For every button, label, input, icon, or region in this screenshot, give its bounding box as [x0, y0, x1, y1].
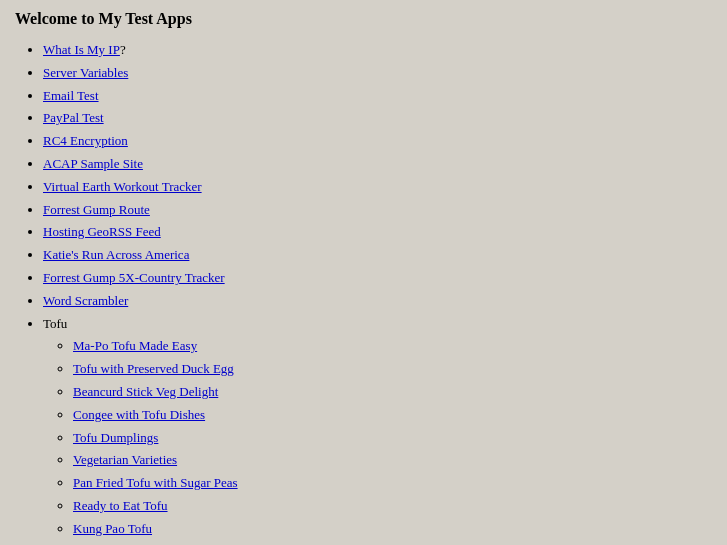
- list-item: Virtual Earth Workout Tracker: [43, 177, 712, 198]
- list-item: RC4 Encryption: [43, 131, 712, 152]
- main-link[interactable]: Forrest Gump Route: [43, 202, 150, 217]
- main-link[interactable]: Forrest Gump 5X-Country Tracker: [43, 270, 225, 285]
- main-link[interactable]: RC4 Encryption: [43, 133, 128, 148]
- tofu-item: TofuMa-Po Tofu Made EasyTofu with Preser…: [43, 314, 712, 545]
- main-link[interactable]: PayPal Test: [43, 110, 104, 125]
- main-link[interactable]: Server Variables: [43, 65, 128, 80]
- tofu-sub-link[interactable]: Ma-Po Tofu Made Easy: [73, 338, 197, 353]
- list-item: Tofu Dumplings: [73, 428, 712, 449]
- list-item: Email Test: [43, 86, 712, 107]
- main-link[interactable]: ACAP Sample Site: [43, 156, 143, 171]
- tofu-sub-link[interactable]: Kung Pao Tofu: [73, 521, 152, 536]
- list-item: ACAP Sample Site: [43, 154, 712, 175]
- list-item: Vegetarian Varieties: [73, 450, 712, 471]
- list-item: Forrest Gump 5X-Country Tracker: [43, 268, 712, 289]
- list-item: Kung Pao Tofu: [73, 519, 712, 540]
- main-link[interactable]: Word Scrambler: [43, 293, 128, 308]
- main-link[interactable]: Katie's Run Across America: [43, 247, 189, 262]
- list-item: Tofu with Preserved Duck Egg: [73, 359, 712, 380]
- list-item: PayPal Test: [43, 108, 712, 129]
- main-link[interactable]: Hosting GeoRSS Feed: [43, 224, 161, 239]
- tofu-sub-link[interactable]: Beancurd Stick Veg Delight: [73, 384, 218, 399]
- list-item: Server Variables: [43, 63, 712, 84]
- list-item: Ready to Eat Tofu: [73, 496, 712, 517]
- list-item: Ma-Po Tofu Made Easy: [73, 336, 712, 357]
- list-item: Hosting GeoRSS Feed: [43, 222, 712, 243]
- list-item: Beancurd Stick Veg Delight: [73, 382, 712, 403]
- tofu-sub-link[interactable]: Vegetarian Varieties: [73, 452, 177, 467]
- main-link[interactable]: Virtual Earth Workout Tracker: [43, 179, 202, 194]
- main-link[interactable]: Email Test: [43, 88, 99, 103]
- tofu-sub-link[interactable]: Tofu with Preserved Duck Egg: [73, 361, 234, 376]
- tofu-sub-link[interactable]: Pan Fried Tofu with Sugar Peas: [73, 475, 238, 490]
- list-item: Grilled Tofu: [73, 542, 712, 545]
- main-link[interactable]: What Is My IP: [43, 42, 120, 57]
- list-item: Word Scrambler: [43, 291, 712, 312]
- list-item: Katie's Run Across America: [43, 245, 712, 266]
- page-title: Welcome to My Test Apps: [15, 10, 712, 28]
- list-item: What Is My IP?: [43, 40, 712, 61]
- list-item: Forrest Gump Route: [43, 200, 712, 221]
- tofu-sub-link[interactable]: Congee with Tofu Dishes: [73, 407, 205, 422]
- tofu-sub-link[interactable]: Ready to Eat Tofu: [73, 498, 168, 513]
- tofu-sub-link[interactable]: Tofu Dumplings: [73, 430, 158, 445]
- main-list: What Is My IP?Server VariablesEmail Test…: [15, 40, 712, 545]
- list-item: Congee with Tofu Dishes: [73, 405, 712, 426]
- list-item: Pan Fried Tofu with Sugar Peas: [73, 473, 712, 494]
- tofu-sub-list: Ma-Po Tofu Made EasyTofu with Preserved …: [43, 336, 712, 545]
